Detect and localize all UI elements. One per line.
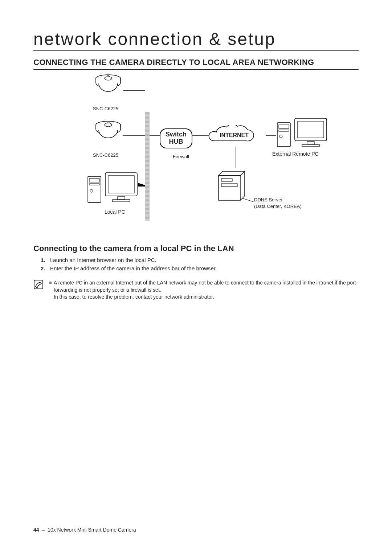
svg-rect-10	[307, 142, 314, 144]
step-2-text: Enter the IP address of the camera in th…	[50, 265, 217, 271]
svg-rect-9	[298, 121, 324, 138]
external-pc-icon	[276, 115, 330, 151]
step-1-number: 1.	[41, 257, 47, 263]
note-icon	[33, 279, 44, 290]
page-number: 44	[33, 527, 39, 533]
camera-1-label: SNC-C6225	[93, 106, 118, 111]
svg-rect-15	[221, 179, 232, 181]
svg-rect-16	[221, 184, 237, 187]
ddns-server-icon	[214, 168, 250, 205]
section-heading-lan: CONNECTING THE CAMERA DIRECTLY TO LOCAL …	[33, 58, 359, 70]
switch-hub-node: Switch HUB	[160, 128, 192, 148]
footer-sep: –	[40, 527, 46, 533]
page-footer: 44 – 10x Network Mini Smart Dome Camera	[33, 527, 136, 533]
step-2-number: 2.	[41, 265, 47, 271]
camera-2-label: SNC-C6225	[93, 152, 118, 158]
page-title: network connection & setup	[33, 29, 359, 51]
step-1: 1. Launch an Internet browser on the loc…	[41, 257, 359, 263]
network-diagram: SNC-C6225 SNC-C6225 Switch HUB	[33, 74, 359, 226]
note-block: A remote PC in an external Internet out …	[33, 279, 359, 301]
svg-rect-11	[302, 144, 319, 147]
svg-point-3	[105, 123, 112, 127]
svg-rect-24	[113, 200, 130, 202]
svg-marker-14	[240, 171, 245, 200]
svg-rect-19	[89, 184, 99, 185]
ddns-server-label: DDNS Server (Data Center, KOREA)	[254, 197, 302, 209]
firewall-label: Firewall	[173, 154, 189, 159]
svg-point-1	[105, 77, 112, 80]
local-pc-icon	[86, 168, 141, 208]
switch-label: Switch	[166, 131, 187, 138]
svg-point-20	[90, 189, 93, 192]
svg-point-7	[279, 135, 282, 138]
local-pc-label: Local PC	[105, 209, 125, 215]
note-line-2: In this case, to resolve the problem, co…	[54, 294, 214, 300]
svg-rect-22	[108, 176, 134, 193]
note-line-1: A remote PC in an external Internet out …	[54, 280, 358, 293]
steps-list: 1. Launch an Internet browser on the loc…	[33, 257, 359, 271]
internet-label: INTERNET	[220, 132, 249, 139]
subheading-lan-connect: Connecting to the camera from a local PC…	[33, 244, 359, 253]
svg-rect-5	[279, 125, 289, 128]
ddns-line2: (Data Center, KOREA)	[254, 203, 302, 210]
step-1-text: Launch an Internet browser on the local …	[50, 257, 156, 263]
camera-icon-1	[94, 74, 123, 97]
svg-rect-6	[279, 130, 289, 131]
external-pc-label: External Remote PC	[272, 151, 319, 157]
svg-rect-23	[118, 197, 125, 200]
step-2: 2. Enter the IP address of the camera in…	[41, 265, 359, 271]
camera-icon-2	[94, 120, 123, 143]
note-bullet-icon	[49, 282, 52, 284]
ddns-line1: DDNS Server	[254, 197, 302, 203]
footer-product: 10x Network Mini Smart Dome Camera	[48, 527, 136, 533]
svg-rect-18	[89, 179, 99, 182]
svg-rect-25	[34, 280, 43, 289]
firewall-bar	[145, 112, 150, 221]
hub-label: HUB	[166, 138, 187, 146]
